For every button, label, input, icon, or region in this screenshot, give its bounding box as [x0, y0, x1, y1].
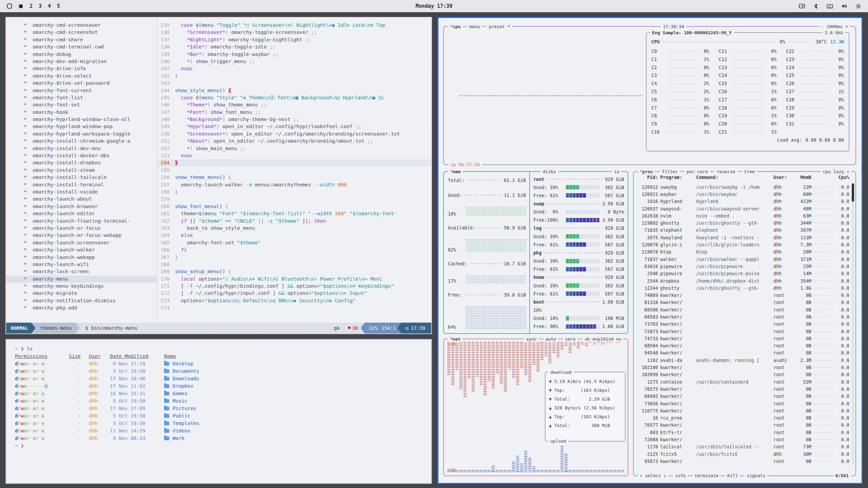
- box-chip[interactable]: per-core: [685, 168, 710, 175]
- file-item[interactable]: * omarchy-launch-about: [6, 196, 157, 203]
- file-item[interactable]: * omarchy-migrate: [6, 290, 157, 297]
- box-chip[interactable]: sync: [524, 336, 538, 342]
- file-item[interactable]: * omarchy-font-list: [6, 94, 157, 101]
- file-item[interactable]: * omarchy-dev-add-migration: [6, 58, 157, 65]
- process-row[interactable]: 71835elephantelephantdhh397M0.0: [637, 227, 849, 234]
- file-item[interactable]: * omarchy-install-tailscale: [6, 174, 157, 181]
- process-row[interactable]: 2125fcitx5/usr/bin/fcitx5dhh30M0.0: [637, 450, 849, 458]
- process-row[interactable]: 72073kworker/root0B0.0: [637, 328, 849, 335]
- box-chip[interactable]: info: [673, 472, 688, 479]
- process-row[interactable]: 803btrfs-trroot0B0.0: [637, 429, 849, 436]
- file-item[interactable]: * omarchy-drive-info: [6, 65, 157, 72]
- file-item[interactable]: * omarchy-cmd-terminal-cwd: [6, 43, 157, 50]
- process-row[interactable]: 1916HyprlandHyprlanddhh422M0.0: [637, 198, 849, 205]
- settings-icon[interactable]: [855, 3, 861, 9]
- box-chip[interactable]: cpu lazy ↑: [821, 168, 851, 175]
- box-chip[interactable]: filter: [660, 168, 680, 175]
- btop-window[interactable]: ¹cpumenupreset * 17:39:34 - 2000ms + up …: [437, 17, 863, 484]
- process-row[interactable]: 119078btopbtopdhh26M0.0: [637, 248, 849, 256]
- file-item[interactable]: * omarchy-launch-screensaver: [6, 239, 157, 246]
- process-row[interactable]: 68586kworker/root0B0.0: [637, 306, 849, 313]
- box-chip[interactable]: signals: [745, 472, 767, 479]
- process-row[interactable]: 1162avahi-daavahi-daemon: running [avahi…: [637, 357, 849, 364]
- workspace-number[interactable]: 3: [39, 3, 42, 9]
- box-chip[interactable]: ↑ select ↓: [638, 472, 668, 479]
- file-item[interactable]: * omarchy-hook: [6, 109, 157, 116]
- box-chip[interactable]: tree: [742, 168, 757, 175]
- scrollbar-thumb[interactable]: [852, 183, 854, 202]
- process-row[interactable]: 95673kworker/root0B0.0: [637, 458, 849, 465]
- process-row[interactable]: 16rcu_preeroot0B0.0: [637, 414, 849, 422]
- box-chip[interactable]: auto: [544, 336, 558, 342]
- file-item[interactable]: * omarchy-menu-keybindings: [6, 283, 157, 290]
- process-row[interactable]: 1170tailscal/usr/sbin/tailscaled --root7…: [637, 443, 849, 450]
- process-row[interactable]: 1275containe/usr/bin/containerdroot52M0.…: [637, 378, 849, 385]
- workspace-number-list[interactable]: 2345: [29, 3, 60, 9]
- workspace-number[interactable]: 4: [48, 3, 51, 9]
- process-row[interactable]: 68402kworker/root0B0.0: [637, 393, 849, 400]
- process-row[interactable]: 102099kworker/root0B0.0: [637, 371, 849, 378]
- process-row[interactable]: 76575kworker/root0B0.0: [637, 385, 849, 392]
- file-item[interactable]: * omarchy-launch-or-focus: [6, 225, 157, 232]
- process-row[interactable]: 74733kworker/root0B0.0: [637, 335, 849, 342]
- process-row[interactable]: 71837walker/usr/bin/walker --gappldhh371…: [637, 256, 849, 263]
- process-row[interactable]: 74869kworker/root0B0.0: [637, 291, 849, 299]
- workspaces[interactable]: 2345: [7, 3, 60, 9]
- box-chip[interactable]: reverse: [715, 168, 737, 175]
- process-row[interactable]: 2544dropbox/home/dhh/.dropbox-distdhh354…: [637, 277, 849, 284]
- file-item[interactable]: * omarchy-install-chromium-google-a: [6, 138, 157, 145]
- prompt-line[interactable]: ~ ❯: [15, 442, 431, 449]
- file-item[interactable]: * omarchy-debug: [6, 51, 157, 58]
- file-item[interactable]: * omarchy-cmd-screensaver: [6, 22, 157, 29]
- process-row[interactable]: 119802ghostty/usr/bin/ghostty --gtk-dhh3…: [637, 219, 849, 226]
- process-row[interactable]: 120937swayosd-/usr/bin/swayosd-serverdhh…: [637, 205, 849, 212]
- box-chip[interactable]: menu: [467, 23, 482, 30]
- process-row[interactable]: 81310kworker/root0B0.0: [637, 299, 849, 306]
- file-item[interactable]: * omarchy-install-dropbox: [6, 159, 157, 166]
- file-item[interactable]: * omarchy-notification-dismiss: [6, 297, 157, 304]
- process-row[interactable]: 12244ghostty/usr/bin/ghostty --gtk-dhh1.…: [637, 284, 849, 291]
- volume-icon[interactable]: [841, 3, 847, 9]
- process-row[interactable]: 110775kworker/root0B0.0: [637, 407, 849, 414]
- file-item[interactable]: * omarchy-font-set: [6, 101, 157, 108]
- process-row[interactable]: 102100kworker/root0B0.0: [637, 364, 849, 371]
- process-row[interactable]: 120878glycin-i/usr/lib/glycin-loadersdhh…: [637, 241, 849, 248]
- file-item[interactable]: * omarchy-cmd-screenshot: [6, 29, 157, 36]
- file-item[interactable]: * omarchy-launch-or-focus-webapp: [6, 232, 157, 239]
- workspace-number[interactable]: 5: [57, 3, 60, 9]
- box-chip[interactable]: terminate: [693, 472, 721, 479]
- workspace-dot-icon[interactable]: [19, 4, 23, 8]
- screencast-icon[interactable]: [799, 3, 805, 9]
- process-row[interactable]: 63816pipewire/usr/bin/pipewiredhh25M0.0: [637, 263, 849, 270]
- file-item[interactable]: * omarchy-pkg-add: [6, 304, 157, 311]
- process-scrollbar[interactable]: [852, 183, 854, 465]
- io-toggle[interactable]: io: [612, 168, 622, 175]
- process-table-header[interactable]: Pid:Program:Command:User:MemBCpu%: [637, 175, 849, 180]
- file-item[interactable]: * omarchy-launch-editor: [6, 210, 157, 217]
- process-row[interactable]: 76577kworker/root0B0.0: [637, 422, 849, 429]
- process-row[interactable]: 2506pipewire/usr/bin/pipewire-pulsedhh14…: [637, 270, 849, 277]
- file-list[interactable]: * omarchy-cmd-screensaver* omarchy-cmd-s…: [6, 18, 157, 323]
- file-item[interactable]: * omarchy-launch-walker: [6, 246, 157, 253]
- file-item[interactable]: * omarchy-install-terminal: [6, 181, 157, 188]
- file-item[interactable]: * omarchy-hyprland-window-close-all: [6, 116, 157, 123]
- code-lines[interactable]: 135 case $(menu "Toggle" "▢ Screensaver\…: [157, 18, 431, 323]
- file-item[interactable]: * omarchy-hyprland-workspace-toggle: [6, 130, 157, 138]
- file-item[interactable]: * omarchy-launch-browser: [6, 203, 157, 210]
- process-row[interactable]: 2075XwaylandXwayland :1 -rootless -dhh11…: [637, 234, 849, 241]
- file-item[interactable]: * omarchy-install-docker-dbs: [6, 152, 157, 159]
- file-item[interactable]: * omarchy-hyprland-window-pop: [6, 123, 157, 130]
- file-item[interactable]: * omarchy-font-current: [6, 87, 157, 94]
- terminal-window[interactable]: ~ ❯ ls PermissionsSizeUserDate ModifiedN…: [5, 339, 432, 484]
- process-row[interactable]: 120921waybar/usr/bin/waybardhh68M0.0: [637, 190, 849, 198]
- file-item[interactable]: * omarchy-install-steam: [6, 167, 157, 174]
- box-chip[interactable]: ◂b enp191s0 n▸: [582, 336, 624, 342]
- box-chip[interactable]: Kill: [725, 472, 740, 479]
- tray[interactable]: [799, 3, 861, 9]
- process-row[interactable]: 94540kworker/root0B0.0: [637, 349, 849, 357]
- file-item[interactable]: * omarchy-install-dev-env: [6, 145, 157, 152]
- file-item[interactable]: * omarchy-launch-floating-terminal-: [6, 218, 157, 225]
- file-item[interactable]: * omarchy-launch-wifi: [6, 261, 157, 268]
- topbar-clock[interactable]: Monday 17:39: [416, 3, 452, 9]
- keyboard-icon[interactable]: [827, 4, 833, 9]
